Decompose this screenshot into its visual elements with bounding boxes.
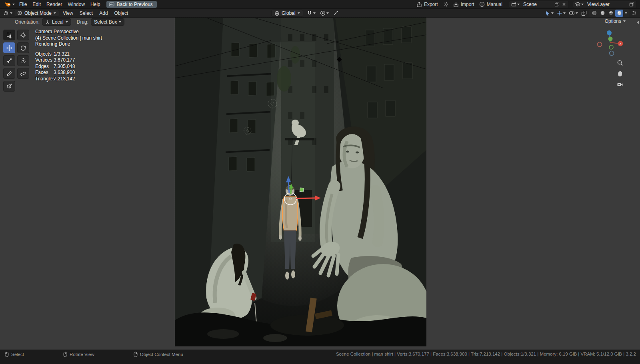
rotate-icon — [20, 45, 26, 51]
menu-window[interactable]: Window — [65, 1, 88, 8]
shading-wireframe-button[interactable] — [590, 10, 598, 17]
chevron-down-icon — [625, 12, 627, 14]
new-scene-button[interactable] — [554, 2, 560, 7]
transform-orientation-dropdown[interactable]: Global — [271, 10, 303, 17]
scene-name-value[interactable]: Scene — [522, 2, 552, 7]
unlink-scene-button[interactable] — [562, 2, 566, 7]
manual-button[interactable]: Manual — [477, 1, 505, 8]
stat-label: Objects — [35, 51, 54, 58]
orientation-dropdown[interactable]: Local — [42, 18, 71, 26]
toolbar — [3, 30, 29, 92]
menu-render[interactable]: Render — [44, 1, 65, 8]
chevron-down-icon — [563, 12, 566, 14]
options-dropdown[interactable]: Options — [605, 18, 626, 24]
shading-material-button[interactable] — [607, 10, 615, 17]
close-icon — [562, 2, 566, 7]
blender-app-menu-button[interactable] — [3, 1, 16, 8]
export-label: Export — [424, 2, 438, 7]
viewport-side-controls — [616, 59, 624, 88]
menu-add[interactable]: Add — [96, 10, 110, 17]
chevron-down-icon — [10, 12, 12, 14]
collection-label: (4) Scene Collection | man shirt — [35, 35, 102, 42]
export-button[interactable]: Export — [414, 1, 440, 8]
tool-annotate[interactable] — [3, 68, 15, 79]
stat-value: 3,638,900 — [54, 70, 102, 76]
menu-file[interactable]: File — [16, 1, 30, 8]
zoom-button[interactable] — [616, 59, 624, 66]
n-panel-collapse-arrow[interactable] — [637, 21, 639, 24]
navigation-gizmo[interactable]: X — [596, 27, 624, 56]
viewlayer-browse-button[interactable] — [575, 2, 584, 7]
duplicate-icon — [554, 2, 560, 7]
scene-browse-button[interactable] — [511, 2, 520, 7]
stat-value: 1/3,321 — [54, 51, 102, 58]
shading-options-button[interactable] — [631, 10, 638, 16]
orientation-value: Global — [282, 10, 296, 16]
wireframe-sphere-icon — [592, 10, 597, 16]
chevron-down-icon — [12, 4, 15, 5]
tool-select-box[interactable] — [3, 30, 15, 40]
manual-label: Manual — [487, 2, 502, 7]
editor-type-button[interactable] — [2, 10, 13, 16]
mode-dropdown[interactable]: Object Mode — [14, 10, 59, 17]
add-cube-icon — [6, 83, 12, 90]
drag-dropdown[interactable]: Select Box — [91, 18, 124, 26]
overlays-dropdown[interactable] — [568, 10, 579, 16]
material-sphere-icon — [608, 10, 614, 16]
hint-rotate-view-label: Rotate View — [70, 352, 94, 357]
orientation-label: Orientation: — [15, 19, 40, 25]
chevron-down-icon — [551, 12, 554, 14]
tool-move[interactable] — [3, 42, 15, 53]
shading-solid-button[interactable] — [598, 10, 606, 17]
import-label: Import — [461, 2, 474, 7]
xray-icon — [581, 10, 587, 16]
tool-add-cube[interactable] — [3, 81, 15, 92]
visibility-dropdown[interactable] — [544, 10, 554, 16]
render-status: Rendering Done — [35, 41, 102, 48]
camera-view-button[interactable] — [616, 81, 624, 88]
new-viewlayer-button[interactable] — [629, 2, 634, 7]
tool-rotate[interactable] — [17, 42, 29, 53]
stat-label: Vertices — [35, 57, 54, 64]
xray-toggle-button[interactable] — [580, 10, 588, 16]
duplicate-icon — [629, 2, 634, 7]
proportional-edit-button[interactable] — [319, 10, 330, 16]
snap-toggle-button[interactable] — [306, 10, 316, 16]
menu-select[interactable]: Select — [77, 10, 96, 17]
falloff-button[interactable] — [332, 10, 340, 16]
shading-rendered-button[interactable] — [615, 10, 623, 17]
tool-measure[interactable] — [17, 68, 29, 79]
cursor-3d-icon — [20, 32, 26, 38]
menu-object[interactable]: Object — [112, 10, 131, 17]
tool-scale[interactable] — [3, 55, 15, 66]
gizmos-dropdown[interactable] — [556, 10, 566, 16]
back-to-previous-button[interactable]: Back to Previous — [106, 1, 157, 8]
import-button[interactable]: Import — [451, 1, 477, 8]
tool-cursor[interactable] — [17, 30, 29, 40]
magnifier-icon — [617, 60, 623, 66]
camera-view-region[interactable] — [175, 18, 426, 346]
proportional-edit-icon — [320, 10, 326, 16]
viewlayer-name-value[interactable]: ViewLayer — [586, 2, 627, 7]
export-icon — [416, 2, 422, 7]
info-icon — [479, 2, 485, 7]
annotate-pen-icon — [6, 70, 12, 77]
chevron-down-icon — [576, 12, 578, 14]
rendered-scene[interactable] — [175, 18, 426, 346]
menu-edit[interactable]: Edit — [30, 1, 44, 8]
select-box-icon — [6, 32, 12, 38]
chevron-down-icon — [298, 12, 300, 14]
viewport-header: Object Mode View Select Add Object Globa… — [0, 9, 640, 18]
tool-transform[interactable] — [17, 55, 29, 66]
controller-chevrons-button[interactable] — [440, 1, 451, 8]
hint-select: Select — [5, 352, 24, 357]
viewport-3d[interactable]: Orientation: Local Drag: Select Box Opti… — [0, 18, 640, 350]
shading-mode-group — [589, 9, 629, 17]
hand-icon — [617, 70, 623, 77]
stat-value: 3,670,177 — [54, 57, 102, 64]
blender-window: File Edit Render Window Help Back to Pre… — [0, 0, 640, 364]
pan-button[interactable] — [616, 70, 624, 77]
double-chevron-icon — [443, 2, 448, 7]
menu-view[interactable]: View — [60, 10, 76, 17]
menu-help[interactable]: Help — [88, 1, 103, 8]
